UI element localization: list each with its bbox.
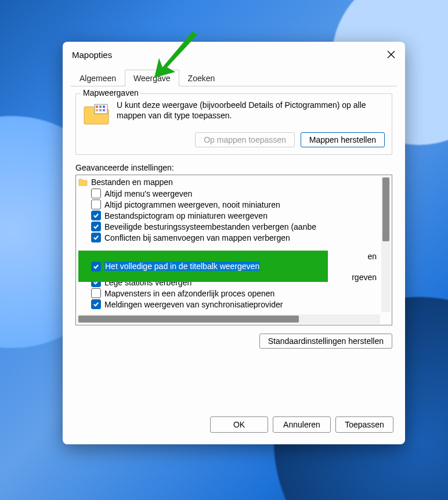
checkbox[interactable] bbox=[91, 222, 101, 231]
highlight-annotation: Het volledige pad in de titelbalk weerge… bbox=[78, 251, 328, 282]
tab-strip: Algemeen Weergave Zoeken bbox=[63, 66, 405, 86]
svg-rect-1 bbox=[96, 106, 98, 108]
svg-rect-4 bbox=[96, 109, 98, 111]
tree-item-partial: en bbox=[367, 252, 377, 261]
tree-item[interactable]: Conflicten bij samenvoegen van mappen ve… bbox=[78, 232, 392, 243]
folder-views-description: U kunt deze weergave (bijvoorbeeld Detai… bbox=[117, 100, 385, 121]
tree-item[interactable]: Beveiligde besturingssysteembestanden ve… bbox=[78, 221, 392, 232]
restore-defaults-button[interactable]: Standaardinstellingen herstellen bbox=[259, 334, 392, 349]
tree-item-partial: rgeven bbox=[352, 273, 377, 282]
tree-root: Bestanden en mappen bbox=[78, 176, 392, 188]
tree-root-label: Bestanden en mappen bbox=[91, 177, 173, 187]
svg-rect-5 bbox=[99, 109, 102, 111]
tab-general[interactable]: Algemeen bbox=[71, 70, 125, 86]
checkbox[interactable] bbox=[91, 189, 101, 198]
titlebar: Mapopties bbox=[63, 42, 405, 66]
tree-item[interactable]: Altijd pictogrammen weergeven, nooit min… bbox=[78, 199, 392, 210]
scrollbar-thumb[interactable] bbox=[382, 177, 389, 241]
tree-item-label: Altijd pictogrammen weergeven, nooit min… bbox=[104, 200, 280, 209]
apply-to-folders-button: Op mappen toepassen bbox=[195, 132, 295, 147]
tree-item[interactable]: Meldingen weergeven van synchronisatiepr… bbox=[78, 299, 392, 310]
tab-content-view: Mapweergaven U kunt deze weergave (bijvo… bbox=[63, 86, 405, 407]
tree-item-label: Mapvensters in een afzonderlijk proces o… bbox=[104, 289, 274, 298]
tree-item-label: Beveiligde besturingssysteembestanden ve… bbox=[104, 222, 316, 231]
tree-item-label: Conflicten bij samenvoegen van mappen ve… bbox=[104, 233, 290, 242]
apply-button[interactable]: Toepassen bbox=[335, 416, 393, 433]
checkbox[interactable] bbox=[91, 233, 101, 242]
window-title: Mapopties bbox=[72, 50, 112, 60]
ok-button[interactable]: OK bbox=[210, 416, 268, 433]
vertical-scrollbar[interactable] bbox=[381, 176, 391, 312]
tree-item[interactable]: Bestandspictogram op miniaturen weergeve… bbox=[78, 210, 392, 221]
tree-item-label: Meldingen weergeven van synchronisatiepr… bbox=[104, 300, 283, 309]
advanced-settings-label: Geavanceerde instellingen: bbox=[75, 163, 392, 172]
checkbox[interactable] bbox=[91, 299, 101, 309]
svg-rect-6 bbox=[103, 109, 105, 111]
scrollbar-thumb[interactable] bbox=[78, 316, 299, 323]
tree-item-label: Altijd menu's weergeven bbox=[104, 189, 192, 198]
advanced-settings-tree[interactable]: Bestanden en mappen Altijd menu's weerge… bbox=[75, 175, 392, 325]
tab-search[interactable]: Zoeken bbox=[179, 70, 224, 86]
folder-views-icon bbox=[83, 102, 110, 125]
checkbox[interactable] bbox=[91, 288, 101, 298]
checkbox[interactable] bbox=[91, 200, 101, 209]
tree-item-label-selected: Het volledige pad in de titelbalk weerge… bbox=[104, 262, 260, 271]
reset-folders-button[interactable]: Mappen herstellen bbox=[301, 132, 385, 147]
close-icon[interactable] bbox=[384, 48, 398, 61]
svg-rect-2 bbox=[99, 106, 102, 108]
checkbox[interactable] bbox=[91, 262, 101, 271]
folder-views-group: Mapweergaven U kunt deze weergave (bijvo… bbox=[75, 93, 392, 155]
svg-rect-3 bbox=[103, 106, 105, 108]
tree-item-label: Bestandspictogram op miniaturen weergeve… bbox=[104, 211, 268, 220]
tree-item[interactable]: Mapvensters in een afzonderlijk proces o… bbox=[78, 288, 392, 299]
folder-views-legend: Mapweergaven bbox=[81, 88, 141, 97]
tab-view[interactable]: Weergave bbox=[125, 70, 179, 86]
folder-options-dialog: Mapopties Algemeen Weergave Zoeken Mapwe… bbox=[63, 42, 405, 444]
folder-icon bbox=[78, 178, 88, 186]
horizontal-scrollbar[interactable] bbox=[77, 314, 380, 324]
cancel-button[interactable]: Annuleren bbox=[273, 416, 331, 433]
tree-item[interactable]: Altijd menu's weergeven bbox=[78, 188, 392, 199]
dialog-footer: OK Annuleren Toepassen bbox=[63, 407, 405, 444]
checkbox[interactable] bbox=[91, 211, 101, 220]
